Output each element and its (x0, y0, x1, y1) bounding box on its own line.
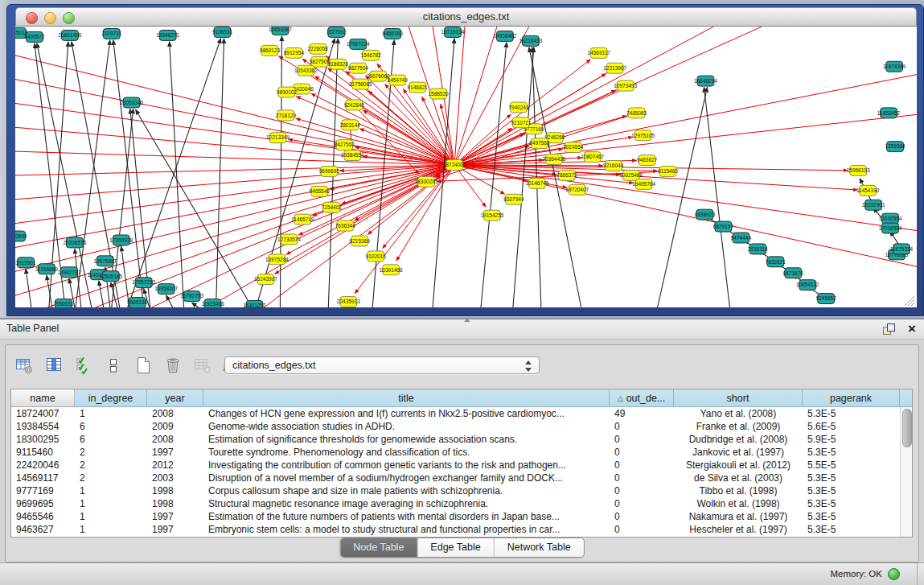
column-header-pagerank[interactable]: pagerank (803, 389, 900, 407)
table-row[interactable]: 2242004622012Investigating the contribut… (11, 459, 912, 472)
graph-node[interactable]: 13975284 (265, 254, 289, 265)
table-row[interactable]: 1830029562008Estimation of significance … (11, 433, 912, 446)
graph-node[interactable]: 2620659 (15, 231, 27, 241)
graph-node[interactable]: 3024554 (563, 142, 584, 153)
graph-node[interactable]: 11675334 (890, 244, 914, 254)
graph-node[interactable]: 8186328 (328, 59, 349, 69)
graph-node[interactable]: 10391456 (380, 265, 403, 275)
graph-node[interactable]: 10973493 (614, 80, 637, 91)
graph-node[interactable]: 7940241 (508, 102, 529, 113)
graph-node[interactable]: 9115460 (658, 167, 678, 177)
table-row[interactable]: 977716911998Corpus callosum shape and si… (11, 484, 912, 497)
table-row[interactable]: 946554611997Estimation of the future num… (11, 510, 912, 523)
graph-node[interactable]: 10807467 (581, 152, 604, 163)
graph-node[interactable]: 8938923 (695, 209, 716, 220)
graph-node[interactable]: 10146746 (525, 178, 548, 188)
graph-node[interactable]: 2405572 (24, 31, 45, 42)
graph-node[interactable]: 16648294 (694, 76, 717, 86)
graph-node[interactable]: 1527602 (326, 27, 347, 37)
graph-node[interactable]: 9102016 (366, 251, 387, 262)
select-rows-icon[interactable] (73, 355, 94, 376)
graph-node[interactable]: 5905136 (127, 298, 148, 307)
table-mode-icon[interactable] (14, 355, 35, 376)
graph-node[interactable]: 10654112 (796, 280, 819, 290)
table-selector-dropdown[interactable]: citations_edges.txt (224, 356, 540, 374)
graph-node[interactable]: 19384554 (341, 150, 364, 161)
graph-node[interactable]: 2109731 (101, 28, 122, 39)
graph-node[interactable]: 9860123 (260, 45, 281, 56)
graph-node[interactable]: 1359384 (885, 142, 906, 152)
graph-node[interactable]: 17359928 (109, 235, 133, 245)
row-height-icon[interactable] (103, 355, 124, 376)
create-column-icon[interactable] (133, 355, 154, 376)
graph-node[interactable]: 19720407 (565, 184, 589, 195)
graph-node[interactable]: 6497568 (529, 138, 550, 149)
graph-node[interactable]: 9106531 (212, 27, 233, 37)
graph-node[interactable]: 7636344 (335, 220, 356, 231)
graph-node[interactable]: 13942737 (57, 267, 80, 278)
graph-node[interactable]: 22435913 (337, 297, 360, 307)
vertical-scrollbar[interactable] (900, 407, 912, 537)
graph-node[interactable]: 16958107 (154, 284, 178, 295)
column-header-title[interactable]: title (203, 389, 610, 407)
column-header-out_degree[interactable]: △out_de... (610, 389, 674, 407)
table-row[interactable]: 1872400712008Changes of HCN gene express… (11, 407, 912, 420)
graph-node[interactable]: 8471676 (783, 268, 804, 278)
close-panel-icon[interactable]: × (908, 320, 916, 338)
graph-node[interactable]: 3915901 (15, 257, 36, 268)
panel-splitter-handle[interactable] (462, 318, 472, 324)
graph-node[interactable]: 10719134 (441, 27, 465, 37)
graph-node[interactable]: 9242848 (344, 100, 365, 110)
graph-node[interactable]: 8912954 (284, 47, 305, 58)
graph-node[interactable]: 17957253 (132, 278, 155, 288)
table-row[interactable]: 969969511998Structural magnetic resonanc… (11, 497, 912, 510)
graph-node[interactable]: 14936462 (493, 31, 516, 41)
graph-node[interactable]: 12010554 (879, 213, 902, 224)
graph-node[interactable]: 10653287 (269, 27, 292, 35)
canvas-resize-grip-icon[interactable] (905, 296, 914, 306)
graph-node[interactable]: 9146821 (407, 82, 428, 93)
graph-node[interactable]: 31756085 (349, 79, 372, 89)
graph-node[interactable]: 11156869 (35, 264, 58, 274)
graph-node[interactable]: 12213349 (266, 133, 290, 143)
graph-node[interactable]: 8307944 (503, 194, 524, 204)
table-row[interactable]: 946362711997Embryonic stem cells: a mode… (11, 523, 912, 536)
graph-node[interactable]: 21053346 (120, 97, 143, 108)
float-panel-icon[interactable] (883, 323, 895, 335)
citation-network-graph[interactable]: 1145018240557220691406210973118546271910… (15, 27, 917, 307)
delete-table-icon[interactable] (192, 355, 213, 376)
graph-node[interactable]: 9474444 (731, 233, 752, 243)
graph-node[interactable]: 17016504 (879, 223, 902, 233)
graph-node[interactable]: 8427552 (335, 140, 355, 150)
network-window-titlebar[interactable]: citations_edges.txt (15, 7, 917, 27)
graph-node[interactable]: 11923466 (201, 299, 224, 307)
graph-node[interactable]: 9827504 (348, 63, 369, 73)
tab-network-table[interactable]: Network Table (495, 538, 584, 557)
graph-node[interactable]: 19154255 (481, 210, 504, 220)
graph-node[interactable]: 12975105 (631, 130, 655, 141)
table-row[interactable]: 911546021997Tourette syndrome. Phenomeno… (11, 446, 912, 459)
graph-node[interactable]: 9210721 (511, 117, 532, 128)
network-view-canvas[interactable]: 1145018240557220691406210973118546271910… (15, 27, 917, 307)
graph-node[interactable]: 17957224 (347, 39, 370, 49)
column-header-name[interactable]: name (11, 389, 75, 407)
graph-node[interactable]: 15243907 (254, 274, 277, 285)
graph-node[interactable]: 20691406 (58, 30, 81, 40)
graph-node[interactable]: 2718129 (276, 110, 297, 121)
column-header-short[interactable]: short (674, 389, 803, 407)
graph-node[interactable]: 9699695 (319, 167, 340, 177)
graph-node[interactable]: 9216044 (603, 161, 624, 171)
scrollbar-thumb[interactable] (902, 409, 912, 447)
table-row[interactable]: 1938455462009Genome-wide association stu… (11, 420, 912, 433)
graph-node[interactable]: 11974349 (883, 61, 906, 72)
graph-node[interactable]: 20206576 (63, 237, 86, 248)
graph-node[interactable]: 19218433 (519, 35, 542, 46)
graph-node[interactable]: 6466160 (383, 28, 404, 39)
graph-node[interactable]: 7832621 (766, 257, 786, 267)
show-columns-icon[interactable] (43, 355, 64, 376)
graph-node[interactable]: 11465719 (291, 214, 314, 225)
graph-node[interactable]: 9465546 (310, 186, 331, 196)
graph-node[interactable]: 9245652 (816, 294, 837, 304)
graph-node[interactable]: 10975887 (93, 256, 117, 266)
column-header-in_degree[interactable]: in_degree (75, 389, 147, 407)
